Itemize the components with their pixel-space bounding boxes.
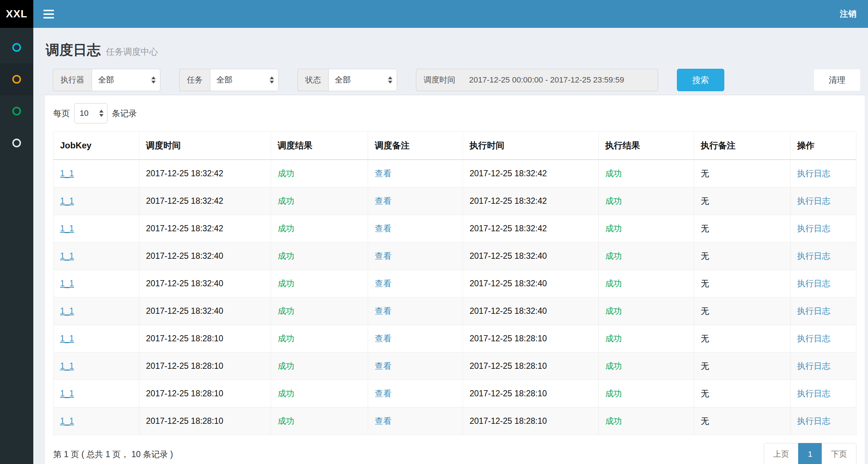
view-trigger-msg-link[interactable]: 查看: [375, 334, 391, 343]
pagination: 上页 1 下页: [764, 443, 856, 464]
select-arrows-icon: [388, 76, 392, 84]
time-filter-label: 调度时间: [416, 69, 463, 91]
sidebar-toggle-button[interactable]: [43, 8, 54, 21]
exec-log-link[interactable]: 执行日志: [797, 169, 830, 178]
table-row: 1_1 2017-12-25 18:32:42 成功 查看 2017-12-25…: [54, 160, 856, 187]
status-filter-label: 状态: [298, 69, 328, 91]
executor-select-value: 全部: [98, 75, 114, 85]
col-header-trigger-result: 调度结果: [271, 132, 368, 160]
table-footer: 第 1 页 ( 总共 1 页， 10 条记录 ) 上页 1 下页: [53, 443, 856, 464]
trigger-result-cell: 成功: [271, 242, 368, 270]
top-navbar: XXL 注销: [0, 0, 868, 28]
exec-log-link[interactable]: 执行日志: [797, 196, 830, 206]
table-row: 1_1 2017-12-25 18:28:10 成功 查看 2017-12-25…: [54, 353, 856, 380]
handle-msg-cell: 无: [694, 353, 790, 380]
view-trigger-msg-link[interactable]: 查看: [375, 251, 391, 261]
jobkey-link[interactable]: 1_1: [60, 306, 74, 316]
page-size-select[interactable]: 10: [74, 103, 108, 123]
handle-result-cell: 成功: [598, 215, 694, 242]
handle-result-cell: 成功: [598, 160, 694, 187]
table-row: 1_1 2017-12-25 18:32:40 成功 查看 2017-12-25…: [54, 298, 856, 325]
circle-icon: [12, 43, 21, 52]
col-header-trigger-msg: 调度备注: [368, 132, 463, 160]
clear-button[interactable]: 清理: [813, 69, 861, 91]
view-trigger-msg-link[interactable]: 查看: [375, 306, 391, 316]
handle-time-cell: 2017-12-25 18:32:42: [463, 215, 599, 242]
job-select[interactable]: 全部: [210, 69, 279, 91]
handle-result-cell: 成功: [598, 187, 694, 215]
page-title: 调度日志: [46, 42, 101, 58]
job-filter-group: 任务 全部: [179, 69, 279, 91]
handle-msg-cell: 无: [694, 187, 790, 215]
handle-time-cell: 2017-12-25 18:28:10: [463, 408, 599, 435]
sidebar-item[interactable]: [0, 95, 33, 127]
view-trigger-msg-link[interactable]: 查看: [375, 196, 391, 206]
executor-filter-group: 执行器 全部: [53, 69, 160, 91]
page-1-button[interactable]: 1: [798, 443, 822, 464]
handle-msg-cell: 无: [694, 215, 790, 242]
next-page-button[interactable]: 下页: [822, 443, 856, 464]
handle-time-cell: 2017-12-25 18:32:42: [463, 187, 599, 215]
jobkey-link[interactable]: 1_1: [60, 279, 74, 288]
view-trigger-msg-link[interactable]: 查看: [375, 279, 391, 288]
job-filter-label: 任务: [179, 69, 210, 91]
time-range-input[interactable]: [463, 69, 658, 91]
jobkey-link[interactable]: 1_1: [60, 361, 74, 371]
exec-log-link[interactable]: 执行日志: [797, 361, 830, 371]
select-arrows-icon: [270, 76, 274, 84]
jobkey-link[interactable]: 1_1: [60, 224, 74, 233]
trigger-time-cell: 2017-12-25 18:32:42: [139, 187, 271, 215]
jobkey-link[interactable]: 1_1: [60, 416, 74, 426]
view-trigger-msg-link[interactable]: 查看: [375, 361, 391, 371]
search-button[interactable]: 搜索: [677, 69, 724, 91]
jobkey-link[interactable]: 1_1: [60, 334, 74, 343]
exec-log-link[interactable]: 执行日志: [797, 251, 830, 261]
handle-result-cell: 成功: [598, 380, 694, 408]
exec-log-link[interactable]: 执行日志: [797, 306, 830, 316]
job-select-value: 全部: [216, 75, 232, 85]
exec-log-link[interactable]: 执行日志: [797, 334, 830, 343]
col-header-handle-msg: 执行备注: [694, 132, 790, 160]
sidebar-item[interactable]: [0, 127, 33, 159]
table-row: 1_1 2017-12-25 18:32:42 成功 查看 2017-12-25…: [54, 215, 856, 242]
table-header-row: JobKey 调度时间 调度结果 调度备注 执行时间 执行结果 执行备注 操作: [54, 132, 856, 160]
sidebar-item[interactable]: [0, 31, 33, 63]
exec-log-link[interactable]: 执行日志: [797, 389, 830, 398]
col-header-trigger-time: 调度时间: [139, 132, 271, 160]
trigger-result-cell: 成功: [271, 215, 368, 242]
handle-msg-cell: 无: [694, 298, 790, 325]
page-size-control: 每页 10 条记录: [53, 103, 856, 123]
jobkey-link[interactable]: 1_1: [60, 196, 74, 206]
trigger-result-cell: 成功: [271, 380, 368, 408]
view-trigger-msg-link[interactable]: 查看: [375, 389, 391, 398]
handle-result-cell: 成功: [598, 242, 694, 270]
exec-log-link[interactable]: 执行日志: [797, 279, 830, 288]
table-row: 1_1 2017-12-25 18:28:10 成功 查看 2017-12-25…: [54, 408, 856, 435]
executor-select[interactable]: 全部: [92, 69, 160, 91]
jobkey-link[interactable]: 1_1: [60, 169, 74, 178]
trigger-time-cell: 2017-12-25 18:32:40: [139, 270, 271, 298]
logout-link[interactable]: 注销: [840, 8, 856, 20]
time-filter-group: 调度时间: [416, 69, 658, 91]
prev-page-button[interactable]: 上页: [764, 443, 799, 464]
log-table: JobKey 调度时间 调度结果 调度备注 执行时间 执行结果 执行备注 操作 …: [53, 131, 856, 435]
jobkey-link[interactable]: 1_1: [60, 389, 74, 398]
page-header: 调度日志 任务调度中心: [45, 28, 865, 69]
handle-time-cell: 2017-12-25 18:28:10: [463, 325, 599, 353]
view-trigger-msg-link[interactable]: 查看: [375, 169, 391, 178]
pagination-summary: 第 1 页 ( 总共 1 页， 10 条记录 ): [53, 449, 173, 460]
view-trigger-msg-link[interactable]: 查看: [375, 224, 391, 233]
filter-bar: 执行器 全部 任务 全部 状态 全部 调度时间 搜索 清理: [53, 69, 861, 91]
exec-log-link[interactable]: 执行日志: [797, 416, 830, 426]
view-trigger-msg-link[interactable]: 查看: [375, 416, 391, 426]
jobkey-link[interactable]: 1_1: [60, 251, 74, 261]
status-select[interactable]: 全部: [328, 69, 397, 91]
sidebar-item[interactable]: [0, 63, 33, 95]
handle-time-cell: 2017-12-25 18:32:40: [463, 242, 599, 270]
circle-icon: [12, 107, 21, 115]
exec-log-link[interactable]: 执行日志: [797, 224, 830, 233]
page-size-suffix: 条记录: [112, 108, 137, 119]
app-logo[interactable]: XXL: [0, 0, 33, 28]
col-header-handle-result: 执行结果: [598, 132, 694, 160]
trigger-time-cell: 2017-12-25 18:32:40: [139, 298, 271, 325]
